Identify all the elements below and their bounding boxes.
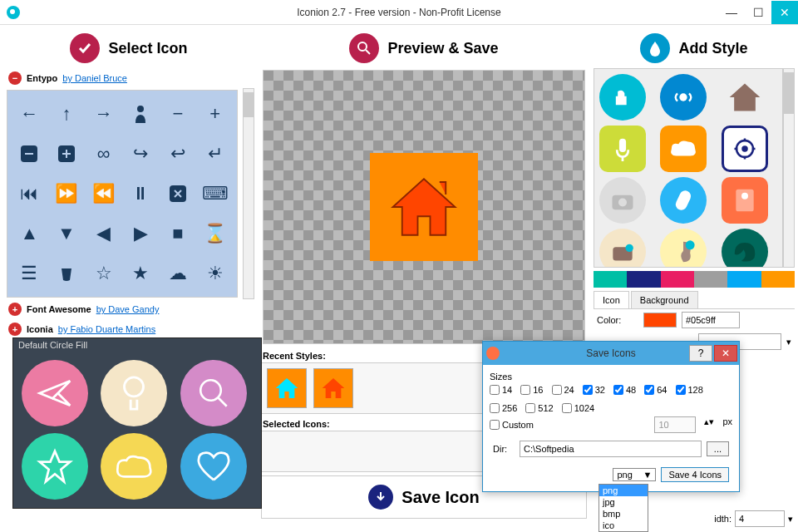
triangle-down-icon[interactable]: ▼ [57,223,76,244]
drop-badge-icon [640,33,670,63]
color-swatch[interactable] [594,271,627,288]
style-preset[interactable] [599,177,646,224]
size-checkbox-16[interactable]: 16 [520,385,543,395]
size-checkbox-64[interactable]: 64 [644,385,667,395]
size-checkbox-128[interactable]: 128 [676,385,703,395]
expand-icon[interactable]: + [8,303,22,316]
close-box-icon[interactable] [170,185,186,202]
style-preset[interactable] [660,126,707,172]
size-checkbox-512[interactable]: 512 [525,403,553,413]
style-preset[interactable] [599,229,646,268]
size-checkbox-14[interactable]: 14 [490,385,512,395]
color-swatch[interactable] [661,271,694,288]
iconset-author-link[interactable]: by Dave Gandy [96,304,160,314]
format-option-bmp[interactable]: bmp [599,508,648,520]
arrow-up-icon[interactable]: ↑ [62,103,71,125]
format-option-png[interactable]: png [599,485,648,496]
cloud-icon[interactable]: ☁ [169,263,187,284]
iconset-author-link[interactable]: by Daniel Bruce [62,73,127,83]
plus-box-icon[interactable] [58,145,75,162]
rewind-icon[interactable]: ⏪ [92,183,115,204]
maximize-button[interactable]: ☐ [745,1,771,24]
style-preset[interactable] [599,74,646,121]
cup-icon[interactable] [59,265,74,282]
newline-icon[interactable]: ↵ [208,143,223,165]
svg-rect-16 [674,189,693,212]
arrow-left-icon[interactable]: ← [20,103,38,125]
star-outline-icon[interactable]: ☆ [96,263,112,284]
color-swatch[interactable] [761,271,795,288]
triangle-up-icon[interactable]: ▲ [20,223,38,244]
tab-icon[interactable]: Icon [594,291,629,308]
svg-point-18 [741,193,748,200]
style-preset[interactable] [660,229,707,268]
width-input[interactable] [735,510,785,527]
color-swatch[interactable] [694,271,727,288]
recent-style-item[interactable] [267,368,307,408]
style-preset[interactable] [660,177,707,224]
close-button[interactable]: ✕ [771,1,798,24]
minus-icon[interactable]: − [173,103,184,125]
color-swatch[interactable] [727,271,761,288]
svg-point-0 [10,9,15,14]
svg-point-15 [618,199,627,207]
stop-icon[interactable]: ■ [172,223,183,244]
style-preset[interactable] [722,177,768,224]
arrow-right-icon[interactable]: → [95,103,113,125]
pause-icon[interactable]: ⏸ [131,183,150,204]
size-checkbox-24[interactable]: 24 [552,385,574,395]
save-icons-button[interactable]: Save 4 Icons [661,467,729,482]
custom-size-checkbox[interactable]: Custom [490,416,534,433]
iconset-entypo[interactable]: − Entypo by Daniel Bruce [3,68,254,88]
recent-style-item[interactable] [313,368,353,408]
minus-box-icon[interactable] [21,145,37,162]
return-right-icon[interactable]: ↪ [133,143,148,165]
menu-icon[interactable]: ☰ [21,263,37,284]
dialog-help-button[interactable]: ? [689,345,712,362]
browse-button[interactable]: ... [707,441,729,456]
preview-canvas [263,70,585,344]
style-preset[interactable] [599,126,646,172]
format-option-ico[interactable]: ico [599,520,648,531]
star-icon[interactable]: ★ [132,263,149,284]
style-preset[interactable] [660,74,707,121]
icon-grid-scrollbar[interactable] [243,88,254,299]
tab-background[interactable]: Background [631,291,698,308]
keyboard-icon[interactable]: ⌨ [202,183,229,204]
save-icon-button[interactable]: Save Icon [401,488,479,507]
size-checkbox-48[interactable]: 48 [613,385,636,395]
expand-icon[interactable]: + [8,323,22,336]
save-icons-dialog: Save Icons ? ✕ Sizes 1416243248641282565… [482,341,740,492]
minimize-button[interactable]: — [718,1,745,24]
triangle-right-icon[interactable]: ▶ [134,223,148,244]
iconset-fontawesome[interactable]: + Font Awesome by Dave Gandy [3,299,254,319]
person-icon[interactable] [133,105,148,123]
style-preset[interactable] [722,74,768,121]
style-preset[interactable] [722,229,768,268]
return-left-icon[interactable]: ↩ [170,143,185,165]
style-preset-selected[interactable] [722,126,768,172]
skip-back-icon[interactable]: ⏮ [20,183,38,204]
size-checkbox-32[interactable]: 32 [583,385,605,395]
iconset-author-link[interactable]: by Fabio Duarte Martins [58,324,155,334]
dialog-close-button[interactable]: ✕ [714,345,737,362]
color-swatch[interactable] [627,271,660,288]
size-checkbox-1024[interactable]: 1024 [562,403,594,413]
brightness-icon[interactable]: ☀ [207,263,224,284]
size-checkbox-256[interactable]: 256 [490,403,517,413]
style-grid-scrollbar[interactable] [783,68,795,268]
dir-input[interactable] [520,441,702,457]
format-option-jpg[interactable]: jpg [599,496,648,508]
hourglass-icon[interactable]: ⌛ [204,223,226,244]
custom-size-input[interactable] [654,416,696,433]
iconset-iconia[interactable]: + Iconia by Fabio Duarte Martins [3,319,254,339]
format-select[interactable]: png▼ [613,468,656,481]
triangle-left-icon[interactable]: ◀ [96,223,111,244]
collapse-icon[interactable]: − [8,71,22,85]
fast-forward-icon[interactable]: ⏩ [55,183,77,204]
svg-rect-6 [66,150,67,158]
plus-icon[interactable]: + [209,103,220,125]
color-hex-input[interactable] [682,312,740,328]
infinity-icon[interactable]: ∞ [97,143,111,165]
color-preview-box[interactable] [643,313,677,328]
